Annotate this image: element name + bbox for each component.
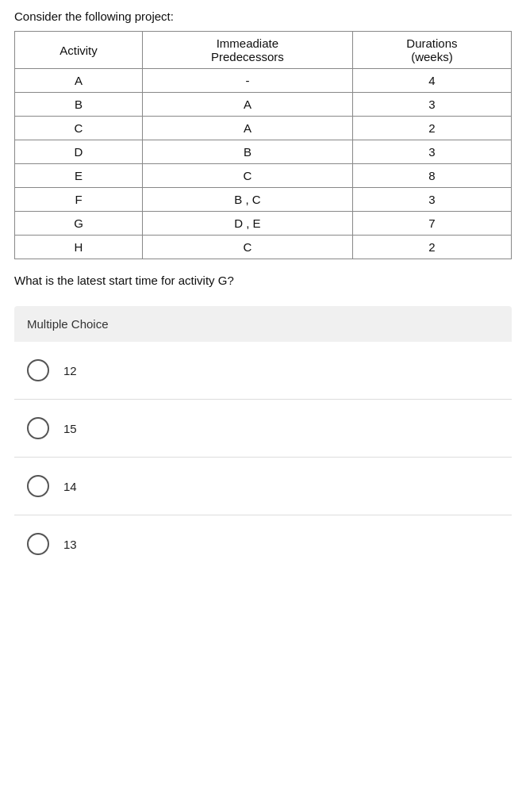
table-cell-predecessors: - (142, 69, 352, 93)
radio-circle-2 (27, 475, 49, 497)
table-cell-activity: G (15, 212, 143, 236)
choice-item-3[interactable]: 13 (14, 515, 512, 573)
table-row: A-4 (15, 69, 512, 93)
header-durations: Durations(weeks) (352, 32, 511, 69)
radio-circle-0 (27, 359, 49, 381)
radio-circle-1 (27, 417, 49, 439)
table-cell-activity: B (15, 93, 143, 117)
table-cell-activity: A (15, 69, 143, 93)
table-row: DB3 (15, 140, 512, 164)
table-cell-predecessors: C (142, 236, 352, 259)
header-activity: Activity (15, 32, 143, 69)
table-cell-activity: F (15, 188, 143, 212)
table-cell-duration: 7 (352, 212, 511, 236)
choice-value-2: 14 (63, 480, 77, 493)
table-cell-predecessors: B (142, 140, 352, 164)
table-row: GD , E7 (15, 212, 512, 236)
intro-text: Consider the following project: (14, 10, 512, 23)
choice-value-1: 15 (63, 422, 77, 435)
table-cell-predecessors: A (142, 93, 352, 117)
choice-item-2[interactable]: 14 (14, 458, 512, 515)
choice-item-0[interactable]: 12 (14, 342, 512, 400)
table-cell-duration: 2 (352, 117, 511, 140)
table-cell-duration: 3 (352, 93, 511, 117)
project-table: Activity ImmeadiatePredecessors Duration… (14, 31, 512, 259)
table-cell-activity: C (15, 117, 143, 140)
table-cell-predecessors: D , E (142, 212, 352, 236)
radio-circle-3 (27, 533, 49, 555)
table-row: EC8 (15, 164, 512, 188)
page-container: Consider the following project: Activity… (0, 0, 526, 588)
choices-container: 12151413 (27, 342, 499, 573)
table-cell-activity: H (15, 236, 143, 259)
table-cell-duration: 3 (352, 140, 511, 164)
choice-item-1[interactable]: 15 (14, 400, 512, 458)
table-cell-duration: 2 (352, 236, 511, 259)
multiple-choice-section: Multiple Choice 12151413 (14, 306, 512, 573)
table-cell-predecessors: A (142, 117, 352, 140)
table-cell-duration: 8 (352, 164, 511, 188)
question-text: What is the latest start time for activi… (14, 274, 512, 287)
table-row: HC2 (15, 236, 512, 259)
table-row: CA2 (15, 117, 512, 140)
table-row: FB , C3 (15, 188, 512, 212)
choice-value-3: 13 (63, 538, 77, 551)
table-cell-predecessors: B , C (142, 188, 352, 212)
table-cell-duration: 4 (352, 69, 511, 93)
multiple-choice-label: Multiple Choice (27, 317, 499, 331)
choice-value-0: 12 (63, 364, 77, 377)
table-cell-activity: E (15, 164, 143, 188)
table-row: BA3 (15, 93, 512, 117)
header-predecessors: ImmeadiatePredecessors (142, 32, 352, 69)
table-cell-predecessors: C (142, 164, 352, 188)
table-cell-activity: D (15, 140, 143, 164)
table-cell-duration: 3 (352, 188, 511, 212)
